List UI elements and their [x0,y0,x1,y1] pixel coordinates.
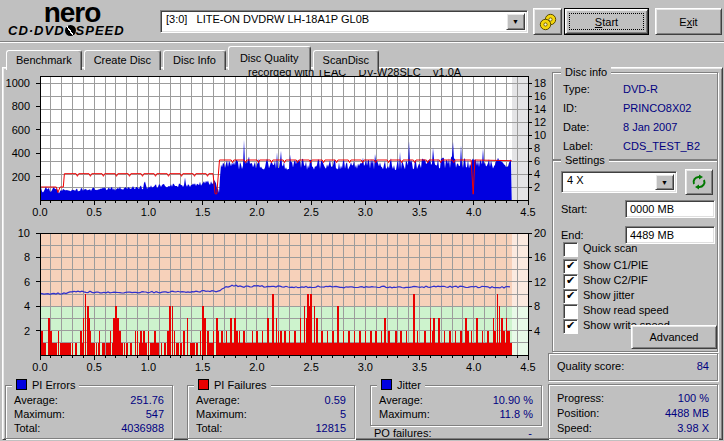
checkbox-label-show-c1-pie: Show C1/PIE [583,259,648,272]
pi-errors-stats-box: PI ErrorsAverage:251.76Maximum:547Total:… [5,385,173,439]
advanced-button-label: Advanced [650,331,699,343]
stats-row-label: Maximum: [379,408,430,420]
checkbox-show-jitter[interactable]: ✔ [563,289,578,304]
disc-info-row: Label:CDS_TEST_B2 [563,140,707,152]
checkbox-show-read-speed[interactable] [563,304,578,319]
stats-row-value: 4036988 [121,422,164,434]
checkmark-icon: ✔ [566,289,575,301]
stats-row: Maximum:547 [14,408,164,420]
quality-score-box: Quality score: 84 [548,353,718,381]
progress-row-label: Progress: [557,392,604,404]
checkbox-show-c2-pif[interactable]: ✔ [563,274,578,289]
stats-row: Average:0.59 [196,394,346,406]
pi-failures-stats-box: PI FailuresAverage:0.59Maximum:5Total:12… [187,385,355,439]
tab-benchmark[interactable]: Benchmark [6,50,82,70]
logo-speed-text: SPEED [76,23,125,38]
checkbox-label-show-c2-pif: Show C2/PIF [583,274,648,287]
disc-info-row: Type:DVD-R [563,83,707,95]
jitter-marker-icon [381,379,392,390]
nero-logo: nero CD·DVDSPEED [8,2,136,38]
stats-row-label: Average: [14,394,58,406]
disc-info-row-value: 8 Jan 2007 [623,121,677,133]
chevron-down-icon: ▼ [512,18,519,25]
progress-row: Position:4488 MB [557,407,709,419]
disc-info-row-value: DVD-R [623,83,658,95]
start-button[interactable]: Start [564,8,649,35]
stats-row-value: 10.90 % [493,394,533,406]
refresh-icon [691,174,707,190]
pi-failures-marker-icon [198,379,209,390]
checkmark-icon: ✔ [566,259,575,271]
stats-row: Maximum:11.8 % [379,408,533,420]
checkbox-quick-scan[interactable] [563,242,578,257]
end-position-field[interactable] [625,226,715,244]
exit-button[interactable]: Exit [655,8,722,35]
disc-info-row: ID:PRINCO8X02 [563,102,707,114]
disc-info-row-label: Label: [563,140,623,152]
checkbox-label-show-read-speed: Show read speed [583,304,669,317]
disc-info-row-label: Date: [563,121,623,133]
disc-info-group: Disc info Type:DVD-RID:PRINCO8X02Date:8 … [552,72,718,160]
progress-row-label: Position: [557,407,599,419]
disc-info-row-value: PRINCO8X02 [623,102,691,114]
stats-row-label: Average: [379,394,423,406]
stats-row-label: Maximum: [196,408,247,420]
stats-row: Average:10.90 % [379,394,533,406]
stats-row-value: 12815 [315,422,346,434]
disc-info-row-label: Type: [563,83,623,95]
stats-row-value: 251.76 [130,394,164,406]
pi-errors-marker-icon [16,379,27,390]
tab-scandisc[interactable]: ScanDisc [313,50,379,70]
stats-box-title: Jitter [377,378,425,392]
disc-info-row-value: CDS_TEST_B2 [623,140,700,152]
checkmark-icon: ✔ [566,319,575,331]
disc-info-row: Date:8 Jan 2007 [563,121,707,133]
stats-row-label: Total: [14,422,40,434]
stats-box-title: PI Errors [12,378,79,392]
stats-row-label: Total: [196,422,222,434]
settings-title: Settings [561,153,609,167]
progress-row-value: 4488 MB [665,407,709,419]
scan-speed-select[interactable]: 4 X ▼ [561,171,677,193]
checkmark-icon: ✔ [566,274,575,286]
end-position-label: End: [561,229,584,241]
stats-row-value: 5 [340,408,346,420]
quality-score-value: 84 [697,360,709,373]
drive-selector-value: [3:0] LITE-ON DVDRW LH-18A1P GL0B [161,11,527,28]
checkbox-show-c1-pie[interactable]: ✔ [563,259,578,274]
stats-row: Total:4036988 [14,422,164,434]
progress-box: Progress:100 %Position:4488 MBSpeed:3.98… [548,384,718,439]
exit-button-label: Exit [679,16,697,28]
stats-row: Maximum:5 [196,408,346,420]
po-failures-value: - [528,427,532,440]
nero-logo-text: nero [8,2,136,24]
drive-selector-dropdown-button[interactable]: ▼ [506,13,525,30]
stats-box-title-text: PI Errors [32,379,75,391]
disc-tool-button[interactable] [533,8,562,35]
tab-bar: BenchmarkCreate DiscDisc InfoDisc Qualit… [6,46,381,68]
tab-disc-quality[interactable]: Disc Quality [228,46,311,70]
stats-row-label: Average: [196,394,240,406]
stats-row: Average:251.76 [14,394,164,406]
logo-cd-dvd-text: CD·DVD [8,23,65,38]
stats-box-title-text: Jitter [397,379,421,391]
drive-selector[interactable]: [3:0] LITE-ON DVDRW LH-18A1P GL0B ▼ [160,10,528,33]
disc-info-title: Disc info [561,65,611,79]
progress-row-value: 100 % [678,392,709,404]
progress-row-label: Speed: [557,422,592,434]
focus-rect [569,13,644,30]
checkbox-show-write-speed[interactable]: ✔ [563,319,578,334]
chevron-down-icon: ▼ [661,179,668,186]
start-position-label: Start: [561,203,587,215]
refresh-button[interactable] [685,169,713,195]
scan-speed-dropdown-button[interactable]: ▼ [655,174,674,190]
advanced-button[interactable]: Advanced [631,325,717,349]
checkbox-label-show-jitter: Show jitter [583,289,634,302]
stats-row-value: 0.59 [325,394,346,406]
stats-box-title: PI Failures [194,378,271,392]
tab-disc-info[interactable]: Disc Info [163,50,226,70]
stats-row-label: Maximum: [14,408,65,420]
po-failures-row: PO failures: - [370,427,540,440]
tab-create-disc[interactable]: Create Disc [84,50,161,70]
start-position-field[interactable] [625,200,715,218]
